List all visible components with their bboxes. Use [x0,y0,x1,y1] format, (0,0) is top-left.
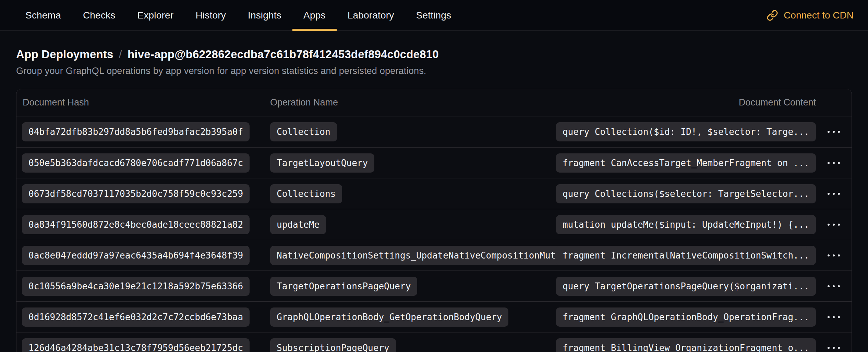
nav-tab-history[interactable]: History [184,0,237,30]
nav-tab-explorer[interactable]: Explorer [126,0,185,30]
main-content: App Deployments / hive-app@b622862ecdba7… [0,48,868,352]
column-header-document-content: Document Content [739,97,816,108]
breadcrumb-app-version: hive-app@b622862ecdba7c61b78f412453def89… [128,48,439,61]
ellipsis-icon [828,193,830,195]
row-menu-button[interactable] [824,159,843,167]
document-hash-pill: 0d16928d8572c41ef6e032d2c7c72ccbd6e73baa [22,307,250,327]
table-row: 050e5b363dafdcacd6780e706cadf771d06a867c… [16,147,852,178]
operation-name-pill: NativeCompositionSettings_UpdateNativeCo… [270,246,589,265]
row-menu-button[interactable] [824,282,843,291]
operation-name-pill: SubscriptionPageQuery [270,338,396,352]
top-nav: SchemaChecksExplorerHistoryInsightsAppsL… [0,0,868,31]
deployments-table: Document Hash Operation Name Document Co… [16,89,852,352]
page-head: App Deployments / hive-app@b622862ecdba7… [16,48,852,76]
nav-tab-insights[interactable]: Insights [237,0,292,30]
ellipsis-icon [828,254,830,256]
table-row: 0ac8e047eddd97a97eac6435a4b694f4e3648f39… [16,240,852,271]
breadcrumb: App Deployments / hive-app@b622862ecdba7… [16,48,852,61]
page-subtitle: Group your GraphQL operations by app ver… [16,66,852,76]
operation-name-pill: TargetOperationsPageQuery [270,277,417,296]
operation-name-pill: TargetLayoutQuery [270,153,374,173]
row-menu-button[interactable] [824,220,843,229]
table-row: 0a834f91560d872e8c4bec0ade18ceec88821a82… [16,209,852,240]
row-menu-button[interactable] [824,343,843,352]
nav-tab-checks[interactable]: Checks [72,0,126,30]
ellipsis-icon [828,347,830,349]
nav-tab-settings[interactable]: Settings [405,0,462,30]
document-content-pill: query TargetOperationsPageQuery($organiz… [556,277,816,296]
connect-to-cdn-label: Connect to CDN [784,10,854,21]
document-content-pill: fragment GraphQLOperationBody_OperationF… [556,307,816,327]
connect-to-cdn-button[interactable]: Connect to CDN [767,0,854,30]
document-content-pill: fragment IncrementalNativeCompositionSwi… [556,246,816,265]
column-header-operation-name: Operation Name [270,97,739,108]
nav-tab-schema[interactable]: Schema [14,0,72,30]
row-menu-button[interactable] [824,313,843,322]
document-hash-pill: 050e5b363dafdcacd6780e706cadf771d06a867c [22,153,250,173]
document-content-pill: query Collections($selector: TargetSelec… [556,184,816,203]
ellipsis-icon [828,224,830,226]
table-body: 04bfa72dfb83b297dd8a5b6fed9bafac2b395a0f… [16,116,852,352]
document-hash-pill: 0c10556a9be4ca30e19e21c1218a592b75e63366 [22,277,250,296]
row-menu-button[interactable] [824,127,843,136]
operation-name-pill: Collections [270,184,342,203]
document-hash-pill: 04bfa72dfb83b297dd8a5b6fed9bafac2b395a0f [22,122,250,141]
breadcrumb-app-deployments-link[interactable]: App Deployments [16,48,113,61]
ellipsis-icon [828,285,830,287]
table-header-row: Document Hash Operation Name Document Co… [16,89,852,116]
document-hash-pill: 126d46a4284abe31c13c78f7959d56eeb21725dc [22,338,250,352]
document-content-pill: fragment BillingView_OrganizationFragmen… [556,338,816,352]
operation-name-pill: GraphQLOperationBody_GetOperationBodyQue… [270,307,508,327]
nav-tabs: SchemaChecksExplorerHistoryInsightsAppsL… [14,0,462,30]
ellipsis-icon [828,131,830,133]
operation-name-pill: updateMe [270,215,326,234]
table-row: 04bfa72dfb83b297dd8a5b6fed9bafac2b395a0f… [16,116,852,147]
ellipsis-icon [828,316,830,318]
nav-tab-laboratory[interactable]: Laboratory [337,0,405,30]
operation-name-pill: Collection [270,122,337,141]
row-menu-button[interactable] [824,189,843,198]
breadcrumb-separator: / [119,48,122,61]
table-row: 0c10556a9be4ca30e19e21c1218a592b75e63366… [16,271,852,301]
document-content-pill: query Collection($id: ID!, $selector: Ta… [556,122,816,141]
document-content-pill: fragment CanAccessTarget_MemberFragment … [556,153,816,173]
nav-tab-apps[interactable]: Apps [292,0,337,30]
ellipsis-icon [828,162,830,164]
document-content-pill: mutation updateMe($input: UpdateMeInput!… [556,215,816,234]
table-row: 0d16928d8572c41ef6e032d2c7c72ccbd6e73baa… [16,301,852,332]
link-icon [767,10,778,21]
column-header-document-hash: Document Hash [16,97,270,108]
document-hash-pill: 0673df58cd7037117035b2d0c758f59c0c93c259 [22,184,250,203]
row-menu-button[interactable] [824,251,843,260]
document-hash-pill: 0a834f91560d872e8c4bec0ade18ceec88821a82 [22,215,250,234]
document-hash-pill: 0ac8e047eddd97a97eac6435a4b694f4e3648f39 [22,246,250,265]
table-row: 126d46a4284abe31c13c78f7959d56eeb21725dc… [16,332,852,352]
table-row: 0673df58cd7037117035b2d0c758f59c0c93c259… [16,178,852,209]
